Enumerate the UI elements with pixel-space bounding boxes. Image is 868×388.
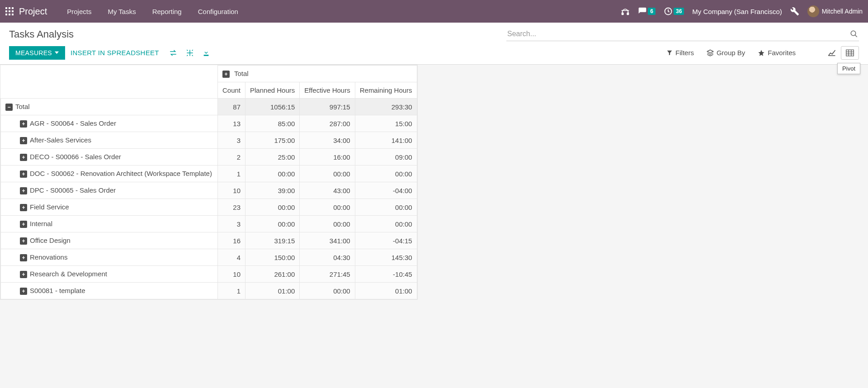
data-cell: 10: [218, 182, 245, 199]
caret-down-icon: [55, 51, 59, 55]
total-cell: 293:30: [355, 99, 417, 115]
data-cell: 271:45: [300, 266, 355, 283]
svg-rect-5: [12, 10, 14, 12]
pivot-view-button[interactable]: Pivot: [841, 46, 859, 60]
data-cell: -04:15: [355, 232, 417, 249]
measure-count[interactable]: Count: [218, 82, 245, 99]
graph-view-button[interactable]: [823, 46, 841, 60]
data-cell: 04:30: [300, 249, 355, 266]
activities-badge: 36: [674, 8, 684, 15]
favorites-button[interactable]: Favorites: [758, 49, 796, 57]
insert-spreadsheet-button[interactable]: INSERT IN SPREADSHEET: [65, 46, 165, 60]
data-cell: 13: [218, 115, 245, 132]
plus-icon[interactable]: +: [20, 170, 27, 178]
plus-icon[interactable]: +: [20, 137, 27, 144]
svg-rect-10: [627, 13, 628, 14]
row-label: DECO - S00066 - Sales Order: [30, 153, 121, 161]
row-header[interactable]: +Research & Development: [1, 266, 218, 283]
groupby-button[interactable]: Group By: [707, 49, 745, 57]
svg-rect-6: [5, 14, 7, 15]
plus-icon[interactable]: +: [20, 271, 27, 278]
measure-planned[interactable]: Planned Hours: [245, 82, 300, 99]
plus-icon[interactable]: +: [20, 154, 27, 161]
col-header-total[interactable]: + Total: [218, 66, 417, 82]
plus-icon[interactable]: +: [222, 71, 230, 78]
measures-label: MEASURES: [15, 49, 52, 57]
row-header[interactable]: +DPC - S00065 - Sales Order: [1, 182, 218, 199]
expand-all-icon[interactable]: [182, 46, 198, 60]
nav-menu-my-tasks[interactable]: My Tasks: [100, 1, 143, 22]
measure-effective[interactable]: Effective Hours: [300, 82, 355, 99]
filters-button[interactable]: Filters: [666, 49, 694, 57]
plus-icon[interactable]: +: [20, 288, 27, 295]
data-cell: 1: [218, 166, 245, 182]
svg-rect-14: [846, 50, 854, 56]
apps-icon[interactable]: [5, 7, 14, 15]
data-cell: 00:00: [300, 199, 355, 216]
data-cell: 15:00: [355, 115, 417, 132]
debug-icon[interactable]: [790, 7, 799, 16]
download-icon[interactable]: [198, 46, 214, 60]
plus-icon[interactable]: +: [20, 187, 27, 194]
data-cell: 4: [218, 249, 245, 266]
data-cell: 16: [218, 232, 245, 249]
row-header-total[interactable]: −Total: [1, 99, 218, 115]
activities-icon[interactable]: 36: [664, 7, 684, 16]
funnel-icon: [666, 50, 673, 56]
data-cell: 01:00: [355, 283, 417, 299]
messages-icon[interactable]: 6: [638, 7, 656, 16]
user-menu[interactable]: Mitchell Admin: [807, 5, 863, 17]
row-header[interactable]: +Internal: [1, 216, 218, 232]
plus-icon[interactable]: +: [20, 237, 27, 245]
svg-rect-0: [5, 7, 7, 9]
brand-title[interactable]: Project: [19, 6, 47, 17]
search-input[interactable]: [507, 30, 850, 38]
data-cell: 3: [218, 216, 245, 232]
plus-icon[interactable]: +: [20, 120, 27, 128]
data-cell: 319:15: [245, 232, 300, 249]
plus-icon[interactable]: +: [20, 221, 27, 228]
cp-row-tools: MEASURES INSERT IN SPREADSHEET Filters G…: [0, 44, 868, 64]
data-cell: 1: [218, 283, 245, 299]
messages-badge: 6: [648, 8, 656, 15]
filter-group: Filters Group By Favorites: [666, 49, 796, 57]
row-label: Office Design: [30, 237, 71, 244]
measure-remaining[interactable]: Remaining Hours: [355, 82, 417, 99]
nav-menu-projects[interactable]: Projects: [60, 1, 99, 22]
plus-icon[interactable]: +: [20, 254, 27, 261]
minus-icon[interactable]: −: [5, 104, 13, 111]
row-header[interactable]: +Office Design: [1, 232, 218, 249]
svg-rect-2: [12, 7, 14, 9]
data-cell: 287:00: [300, 115, 355, 132]
total-cell: 87: [218, 99, 245, 115]
search-icon[interactable]: [850, 30, 858, 38]
data-cell: 09:00: [355, 149, 417, 166]
total-cell: 1056:15: [245, 99, 300, 115]
svg-rect-1: [9, 7, 10, 9]
search-bar[interactable]: [506, 27, 859, 41]
view-switcher: Pivot: [823, 46, 859, 60]
data-cell: 00:00: [355, 166, 417, 182]
row-label: DOC - S00062 - Renovation Architect (Wor…: [30, 170, 212, 177]
user-name: Mitchell Admin: [822, 8, 863, 15]
data-cell: 00:00: [245, 216, 300, 232]
nav-menu-configuration[interactable]: Configuration: [191, 1, 245, 22]
row-header[interactable]: +DECO - S00066 - Sales Order: [1, 149, 218, 166]
data-cell: 23: [218, 199, 245, 216]
row-header[interactable]: +Field Service: [1, 199, 218, 216]
data-cell: 145:30: [355, 249, 417, 266]
company-switcher[interactable]: My Company (San Francisco): [692, 8, 782, 15]
row-header[interactable]: +DOC - S00062 - Renovation Architect (Wo…: [1, 166, 218, 182]
row-header[interactable]: +AGR - S00064 - Sales Order: [1, 115, 218, 132]
row-header[interactable]: +Renovations: [1, 249, 218, 266]
support-icon[interactable]: [621, 7, 630, 16]
pivot-table: + Total Count Planned Hours Effective Ho…: [0, 65, 417, 299]
data-cell: 00:00: [355, 199, 417, 216]
row-header[interactable]: +After-Sales Services: [1, 132, 218, 149]
row-header[interactable]: +S00081 - template: [1, 283, 218, 299]
flip-axis-icon[interactable]: [165, 47, 182, 59]
page-title: Tasks Analysis: [9, 28, 74, 40]
nav-menu-reporting[interactable]: Reporting: [145, 1, 189, 22]
measures-button[interactable]: MEASURES: [9, 46, 65, 60]
plus-icon[interactable]: +: [20, 204, 27, 211]
